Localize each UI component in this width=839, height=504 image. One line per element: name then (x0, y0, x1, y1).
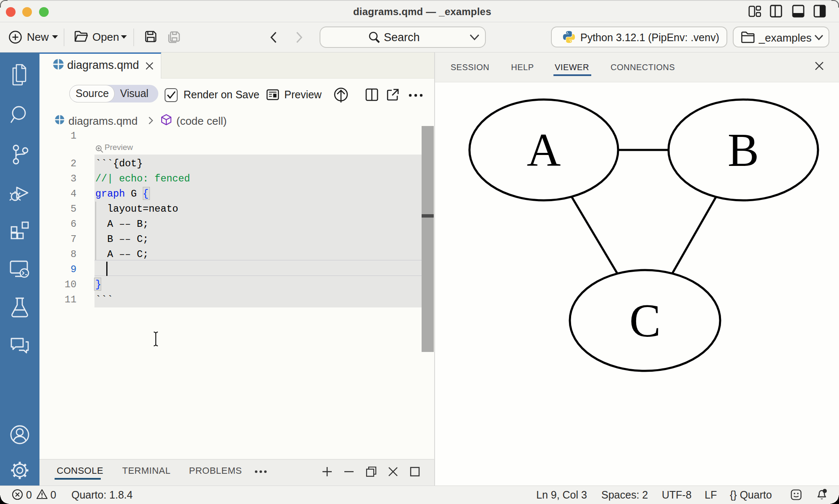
svg-text:B: B (728, 124, 759, 176)
svg-text:A: A (527, 124, 561, 176)
svg-text:C: C (629, 294, 661, 346)
